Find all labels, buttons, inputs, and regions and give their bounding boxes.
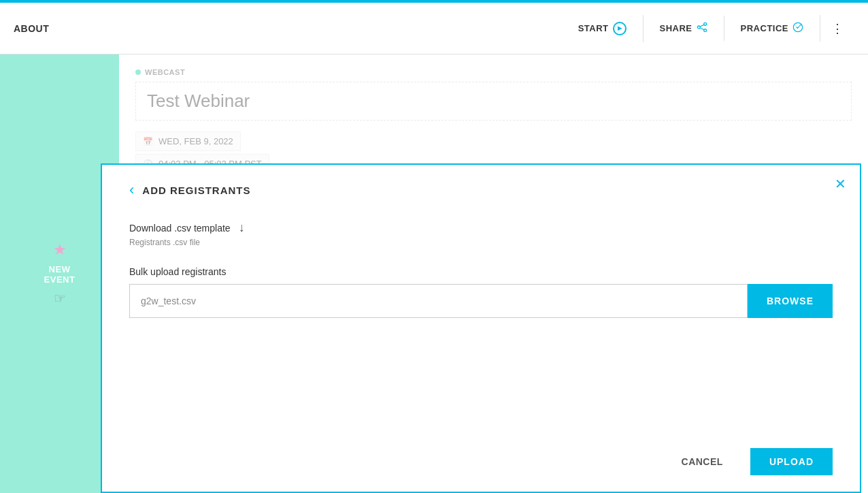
top-navigation: ABOUT START SHARE PRACTICE — [0, 0, 868, 54]
share-icon — [697, 22, 707, 34]
main-area: ★ NEW EVENT ☞ WEBCAST Test Webinar 📅 WED… — [0, 54, 868, 493]
svg-line-3 — [700, 25, 704, 27]
download-row: Download .csv template ↓ — [129, 221, 833, 235]
bulk-upload-section: Bulk upload registrants g2w_test.csv BRO… — [129, 266, 833, 318]
practice-label: PRACTICE — [741, 23, 788, 33]
practice-icon — [792, 22, 803, 35]
nav-actions: START SHARE PRACTICE — [562, 14, 854, 43]
upload-row: g2w_test.csv BROWSE — [129, 284, 833, 318]
share-label: SHARE — [660, 23, 692, 33]
start-label: START — [578, 23, 609, 33]
start-button[interactable]: START — [562, 15, 644, 42]
download-section: Download .csv template ↓ Registrants .cs… — [129, 221, 833, 247]
upload-button[interactable]: UPLOAD — [750, 448, 833, 475]
back-arrow-button[interactable]: ‹ — [129, 181, 134, 199]
svg-line-4 — [700, 28, 704, 30]
more-options-button[interactable]: ⋮ — [820, 14, 854, 43]
modal-close-button[interactable]: ✕ — [835, 176, 846, 192]
svg-point-1 — [703, 29, 706, 32]
start-play-icon — [613, 22, 627, 35]
file-input-display[interactable]: g2w_test.csv — [129, 284, 748, 318]
add-registrants-modal: ✕ ‹ ADD REGISTRANTS Download .csv templa… — [101, 163, 861, 493]
modal-footer: CANCEL UPLOAD — [129, 434, 833, 475]
cancel-button[interactable]: CANCEL — [665, 448, 739, 475]
download-sublabel: Registrants .csv file — [129, 238, 833, 247]
bulk-upload-label: Bulk upload registrants — [129, 266, 833, 277]
download-icon[interactable]: ↓ — [239, 221, 245, 235]
browse-button[interactable]: BROWSE — [748, 284, 833, 318]
modal-title: ADD REGISTRANTS — [142, 185, 250, 196]
about-tab[interactable]: ABOUT — [14, 23, 562, 34]
share-button[interactable]: SHARE — [644, 16, 724, 41]
svg-point-2 — [697, 26, 700, 29]
svg-point-0 — [703, 22, 706, 25]
modal-header: ‹ ADD REGISTRANTS — [129, 181, 833, 199]
download-label: Download .csv template — [129, 223, 231, 234]
practice-button[interactable]: PRACTICE — [724, 15, 820, 42]
